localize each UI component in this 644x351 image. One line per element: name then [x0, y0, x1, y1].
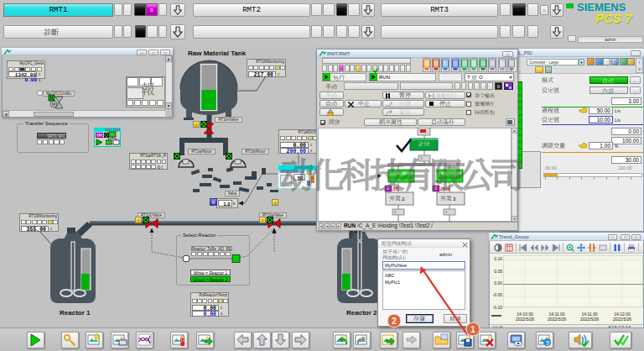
svg-text:2: 2: [392, 317, 397, 326]
svg-text:1: 1: [470, 325, 475, 334]
